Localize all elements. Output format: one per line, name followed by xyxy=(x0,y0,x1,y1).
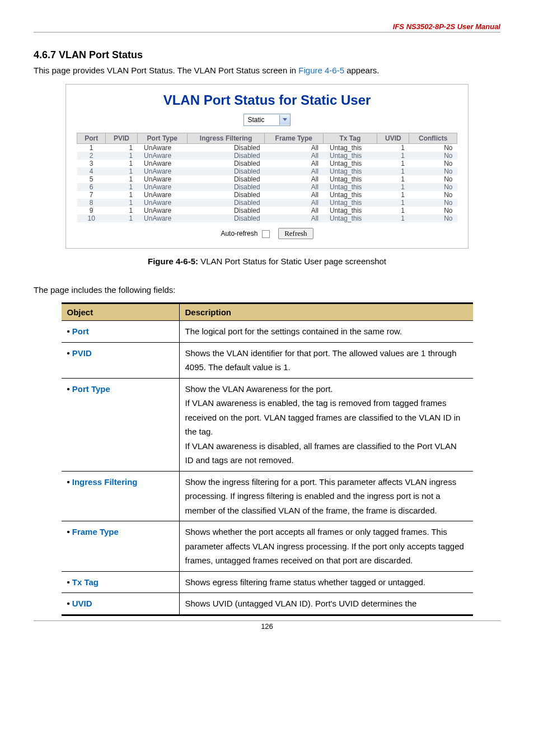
table-cell: Untag_this xyxy=(323,152,377,160)
col-ftype: Frame Type xyxy=(265,133,323,144)
fields-desc-cell: Shows egress filtering frame status whet… xyxy=(179,571,473,593)
fields-row: •Ingress FilteringShow the ingress filte… xyxy=(62,471,473,521)
fields-header-row: Object Description xyxy=(62,304,473,321)
table-cell: 1 xyxy=(106,167,137,175)
table-cell: 1 xyxy=(377,183,409,191)
table-cell: 1 xyxy=(377,199,409,207)
table-cell: UnAware xyxy=(137,207,187,214)
fields-table: Object Description •PortThe logical port… xyxy=(62,302,473,616)
table-cell: UnAware xyxy=(137,191,187,199)
table-cell: Disabled xyxy=(188,183,265,191)
col-port: Port xyxy=(77,133,106,144)
table-cell: 1 xyxy=(106,152,137,160)
table-cell: Untag_this xyxy=(323,199,377,207)
fields-object-cell: •UVID xyxy=(62,593,180,615)
table-row: 61UnAwareDisabledAllUntag_this1No xyxy=(77,183,457,191)
table-cell: UnAware xyxy=(137,214,187,222)
chevron-down-icon[interactable] xyxy=(279,115,290,125)
col-uvid: UVID xyxy=(377,133,409,144)
table-cell: 10 xyxy=(77,214,106,222)
table-cell: No xyxy=(409,160,457,167)
table-cell: 1 xyxy=(106,175,137,183)
table-cell: 3 xyxy=(77,160,106,167)
table-cell: 1 xyxy=(377,214,409,222)
table-cell: Disabled xyxy=(188,144,265,152)
fields-desc-cell: Show the ingress filtering for a port. T… xyxy=(179,471,473,521)
table-cell: No xyxy=(409,191,457,199)
table-row: 81UnAwareDisabledAllUntag_this1No xyxy=(77,199,457,207)
table-row: 101UnAwareDisabledAllUntag_this1No xyxy=(77,214,457,222)
table-cell: 5 xyxy=(77,175,106,183)
fields-object-cell: •Ingress Filtering xyxy=(62,471,180,521)
user-type-select-wrap: Static xyxy=(71,114,463,126)
table-cell: 1 xyxy=(377,207,409,214)
table-cell: All xyxy=(265,144,323,152)
table-cell: Untag_this xyxy=(323,191,377,199)
user-type-select[interactable]: Static xyxy=(243,114,290,126)
table-cell: 1 xyxy=(106,183,137,191)
refresh-button[interactable]: Refresh xyxy=(278,228,313,239)
table-cell: UnAware xyxy=(137,199,187,207)
table-cell: 1 xyxy=(106,160,137,167)
table-cell: Untag_this xyxy=(323,207,377,214)
fields-row: •UVIDShows UVID (untagged VLAN ID). Port… xyxy=(62,593,473,615)
svg-marker-0 xyxy=(283,118,287,121)
table-cell: No xyxy=(409,214,457,222)
table-cell: Disabled xyxy=(188,160,265,167)
figure-reference: Figure 4-6-5 xyxy=(298,66,344,75)
intro-post: appears. xyxy=(344,66,380,75)
table-cell: Disabled xyxy=(188,191,265,199)
table-cell: UnAware xyxy=(137,175,187,183)
fields-intro: The page includes the following fields: xyxy=(34,285,500,295)
table-cell: UnAware xyxy=(137,160,187,167)
table-cell: 1 xyxy=(377,191,409,199)
table-cell: Disabled xyxy=(188,199,265,207)
table-row: 11UnAwareDisabledAllUntag_this1No xyxy=(77,144,457,152)
table-cell: UnAware xyxy=(137,152,187,160)
table-header-row: Port PVID Port Type Ingress Filtering Fr… xyxy=(77,133,457,144)
table-cell: All xyxy=(265,214,323,222)
table-cell: No xyxy=(409,207,457,214)
figure-caption: Figure 4-6-5: VLAN Port Status for Stati… xyxy=(34,256,500,266)
fields-object-cell: •Port xyxy=(62,321,180,343)
caption-prefix: Figure 4-6-5: xyxy=(148,256,198,266)
fields-desc-cell: Shows UVID (untagged VLAN ID). Port's UV… xyxy=(179,593,473,615)
intro-paragraph: This page provides VLAN Port Status. The… xyxy=(34,66,500,75)
table-cell: All xyxy=(265,199,323,207)
table-cell: 1 xyxy=(106,199,137,207)
table-cell: No xyxy=(409,175,457,183)
table-cell: UnAware xyxy=(137,167,187,175)
table-cell: 9 xyxy=(77,207,106,214)
table-cell: 1 xyxy=(377,175,409,183)
table-cell: 1 xyxy=(377,160,409,167)
table-row: 71UnAwareDisabledAllUntag_this1No xyxy=(77,191,457,199)
table-cell: All xyxy=(265,152,323,160)
table-cell: All xyxy=(265,191,323,199)
fields-desc-cell: Show the VLAN Awareness for the port. If… xyxy=(179,378,473,471)
table-cell: 1 xyxy=(106,214,137,222)
screenshot-title: VLAN Port Status for Static User xyxy=(71,92,463,108)
table-cell: 7 xyxy=(77,191,106,199)
caption-text: VLAN Port Status for Static User page sc… xyxy=(198,256,386,266)
table-cell: No xyxy=(409,144,457,152)
auto-refresh-label: Auto-refresh xyxy=(221,230,257,237)
fields-row: •Port TypeShow the VLAN Awareness for th… xyxy=(62,378,473,471)
table-cell: Untag_this xyxy=(323,144,377,152)
screenshot-panel: VLAN Port Status for Static User Static … xyxy=(65,84,469,249)
table-cell: Disabled xyxy=(188,152,265,160)
fields-row: •PVIDShows the VLAN identifier for that … xyxy=(62,342,473,378)
table-cell: 1 xyxy=(377,152,409,160)
table-cell: 2 xyxy=(77,152,106,160)
table-cell: UnAware xyxy=(137,183,187,191)
table-cell: Untag_this xyxy=(323,167,377,175)
table-cell: 1 xyxy=(377,144,409,152)
table-cell: 6 xyxy=(77,183,106,191)
fields-row: •PortThe logical port for the settings c… xyxy=(62,321,473,343)
table-row: 31UnAwareDisabledAllUntag_this1No xyxy=(77,160,457,167)
table-cell: All xyxy=(265,207,323,214)
controls-row: Auto-refresh Refresh xyxy=(71,228,463,239)
table-cell: 8 xyxy=(77,199,106,207)
auto-refresh-checkbox[interactable] xyxy=(262,230,270,238)
fields-row: •Tx TagShows egress filtering frame stat… xyxy=(62,571,473,593)
col-ifilt: Ingress Filtering xyxy=(188,133,265,144)
